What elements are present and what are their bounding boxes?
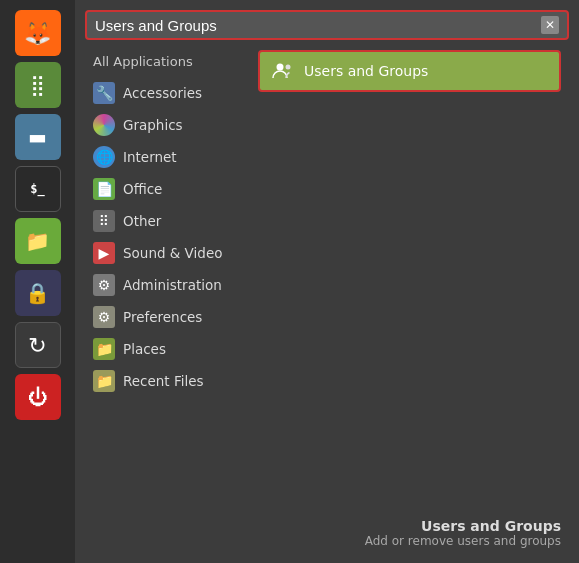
db-symbol: ▬ [28, 125, 47, 149]
result-description: Users and Groups Add or remove users and… [258, 508, 561, 553]
category-item-administration[interactable]: ⚙ Administration [85, 269, 250, 301]
administration-label: Administration [123, 277, 222, 293]
sidebar-grid-icon[interactable]: ⣿ [15, 62, 61, 108]
sound-video-label: Sound & Video [123, 245, 222, 261]
description-title: Users and Groups [258, 518, 561, 534]
users-groups-result-icon [270, 58, 296, 84]
internet-label: Internet [123, 149, 177, 165]
office-label: Office [123, 181, 162, 197]
folder-symbol: 📁 [25, 229, 50, 253]
recent-files-icon: 📁 [93, 370, 115, 392]
recent-files-label: Recent Files [123, 373, 204, 389]
category-item-recent-files[interactable]: 📁 Recent Files [85, 365, 250, 397]
graphics-label: Graphics [123, 117, 183, 133]
sidebar-terminal-icon[interactable]: $_ [15, 166, 61, 212]
category-item-other[interactable]: ⠿ Other [85, 205, 250, 237]
accessories-icon: 🔧 [93, 82, 115, 104]
sidebar-lock-icon[interactable]: 🔒 [15, 270, 61, 316]
category-list: All Applications 🔧 Accessories Graphics … [85, 50, 250, 553]
office-icon: 📄 [93, 178, 115, 200]
users-and-groups-result-label: Users and Groups [304, 63, 428, 79]
sidebar-db-icon[interactable]: ▬ [15, 114, 61, 160]
category-item-preferences[interactable]: ⚙ Preferences [85, 301, 250, 333]
category-item-accessories[interactable]: 🔧 Accessories [85, 77, 250, 109]
category-item-internet[interactable]: 🌐 Internet [85, 141, 250, 173]
graphics-icon [93, 114, 115, 136]
places-icon: 📁 [93, 338, 115, 360]
sidebar-rotate-icon[interactable]: ↻ [15, 322, 61, 368]
svg-point-1 [286, 65, 291, 70]
content-area: All Applications 🔧 Accessories Graphics … [85, 50, 569, 553]
main-panel: ✕ All Applications 🔧 Accessories Graphic… [75, 0, 579, 563]
sidebar-folder-icon[interactable]: 📁 [15, 218, 61, 264]
category-item-sound-video[interactable]: ▶ Sound & Video [85, 237, 250, 269]
sidebar: 🦊 ⣿ ▬ $_ 📁 🔒 ↻ ⏻ [0, 0, 75, 563]
grid-symbol: ⣿ [30, 73, 45, 97]
other-label: Other [123, 213, 161, 229]
result-users-and-groups[interactable]: Users and Groups [258, 50, 561, 92]
terminal-symbol: $_ [30, 182, 44, 196]
clear-icon: ✕ [545, 18, 555, 32]
preferences-label: Preferences [123, 309, 202, 325]
category-item-graphics[interactable]: Graphics [85, 109, 250, 141]
category-header: All Applications [85, 50, 250, 73]
search-clear-button[interactable]: ✕ [541, 16, 559, 34]
places-label: Places [123, 341, 166, 357]
description-subtitle: Add or remove users and groups [258, 534, 561, 548]
power-symbol: ⏻ [28, 385, 48, 409]
rotate-symbol: ↻ [28, 333, 46, 358]
accessories-label: Accessories [123, 85, 202, 101]
category-item-office[interactable]: 📄 Office [85, 173, 250, 205]
search-bar: ✕ [85, 10, 569, 40]
preferences-icon: ⚙ [93, 306, 115, 328]
sidebar-firefox-icon[interactable]: 🦊 [15, 10, 61, 56]
internet-icon: 🌐 [93, 146, 115, 168]
svg-point-0 [277, 64, 284, 71]
sidebar-power-icon[interactable]: ⏻ [15, 374, 61, 420]
administration-icon: ⚙ [93, 274, 115, 296]
lock-symbol: 🔒 [25, 281, 50, 305]
sound-video-icon: ▶ [93, 242, 115, 264]
results-area: Users and Groups Users and Groups Add or… [250, 50, 569, 553]
category-item-places[interactable]: 📁 Places [85, 333, 250, 365]
other-icon: ⠿ [93, 210, 115, 232]
firefox-symbol: 🦊 [24, 21, 51, 46]
search-input[interactable] [95, 17, 541, 34]
